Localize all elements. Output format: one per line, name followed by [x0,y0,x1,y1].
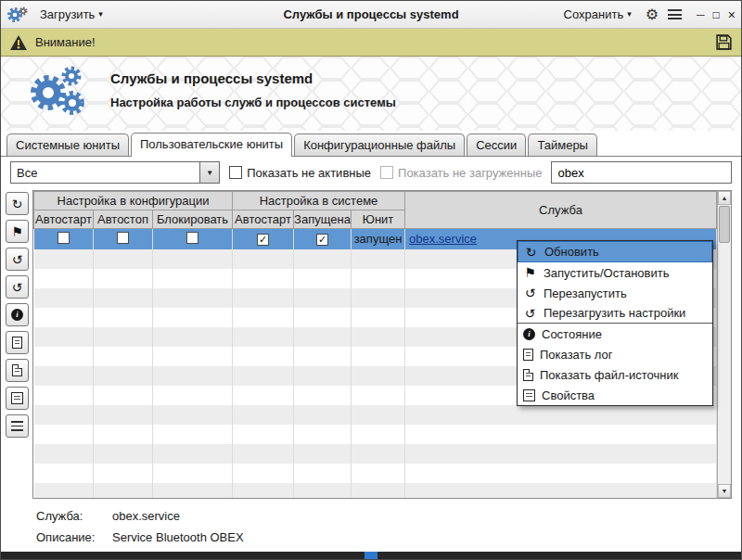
unit-filter-value: Все [11,162,199,183]
hamburger-menu-icon[interactable] [668,9,682,19]
detail-panel: Служба: obex.service Описание: Service B… [1,501,741,552]
system-running-checkbox[interactable]: ✓ [316,234,328,246]
column-group-config: Настройка в конфигурации [34,192,233,210]
reload-settings-toolbar-button[interactable]: ↻ [6,275,29,299]
doc-source-icon [12,364,22,376]
search-input[interactable] [551,161,732,184]
close-button[interactable]: × [728,8,736,21]
start-stop-icon: ⚑ [523,266,537,279]
refresh-toolbar-button[interactable]: ↻ [6,192,29,215]
column-config-block: Блокировать [153,210,233,229]
menu-item-restart[interactable]: ↺Перезапустить [518,283,712,303]
gears-logo-icon [25,64,86,124]
show-log-toolbar-button[interactable] [6,331,29,354]
start-stop-icon: ⚑ [10,225,24,238]
description-value: Service Bluetooth OBEX [112,530,244,544]
properties-toolbar-button[interactable] [6,387,29,410]
menu-item-label: Запустить/Остановить [544,266,707,280]
settings-gear-icon[interactable]: ⚙ [646,7,659,22]
tab-config-files[interactable]: Конфигурационные файлы [294,134,465,156]
scroll-up-button[interactable]: ▲ [718,191,731,205]
config-autostop-checkbox[interactable] [117,232,129,244]
show-inactive-checkbox-group: Показать не активные [229,166,371,180]
table-row-empty [34,483,717,500]
tab-sessions[interactable]: Сессии [467,134,526,156]
doc-lines-icon [523,349,533,361]
unit-state: запущен [352,229,405,249]
doc-lines-icon [12,337,22,349]
column-config-autostart: Автостарт [34,210,94,229]
menu-item-status[interactable]: iСостояние [518,324,712,344]
refresh-icon: ↻ [10,197,24,210]
save-file-icon[interactable] [715,33,733,51]
menu-item-label: Перезагрузить настройки [544,306,707,320]
column-service: Служба [405,192,717,229]
page-subtitle: Настройка работы служб и процессов систе… [110,95,396,109]
table-row-empty [34,464,717,483]
menu-item-properties[interactable]: Свойства [518,385,712,405]
menu-item-show-log[interactable]: Показать лог [518,344,712,364]
warning-text: Внимание! [35,35,708,49]
tab-user-units[interactable]: Пользовательские юниты [131,133,292,157]
list-icon [11,421,23,431]
save-menu-label: Сохранить [564,7,624,21]
info-icon: i [523,328,535,340]
system-autostart-checkbox[interactable]: ✓ [257,234,269,246]
info-icon: i [11,309,23,321]
window-bottom-frame [1,552,741,559]
window-title: Службы и процессы systemd [283,7,458,21]
doc-wide-icon [523,389,535,401]
maximize-button[interactable]: □ [713,9,720,20]
doc-wide-icon [11,392,23,404]
save-menu-button[interactable]: Сохранить ▾ [559,5,636,24]
unit-filter-dropdown[interactable]: Все ▼ [10,161,220,184]
menu-item-start-stop[interactable]: ⚑Запустить/Остановить [518,262,712,283]
show-inactive-checkbox[interactable] [229,166,242,179]
vertical-scrollbar[interactable]: ▲ ▼ [717,191,731,498]
page-header: Службы и процессы systemd Настройка рабо… [1,57,741,131]
column-unit: Юнит [352,210,405,229]
tab-timers[interactable]: Таймеры [528,134,597,156]
minimize-button[interactable]: ─ [697,9,705,20]
menu-item-label: Обновить [544,245,706,259]
dropdown-arrow-icon[interactable]: ▼ [199,162,219,183]
warning-bar: Внимание! [1,29,741,57]
load-menu-button[interactable]: Загрузить ▾ [35,5,108,24]
scrollbar-track[interactable] [718,205,731,484]
column-system-autostart: Автостарт [233,210,294,229]
menu-item-reload-settings[interactable]: ↻Перезагрузить настройки [518,303,712,324]
show-inactive-label: Показать не активные [247,166,371,180]
chevron-down-icon: ▾ [98,10,103,19]
scrollbar-thumb[interactable] [719,206,730,243]
scroll-down-button[interactable]: ▼ [718,484,731,498]
service-label: Служба: [36,509,112,523]
start-stop-toolbar-button[interactable]: ⚑ [6,220,29,243]
dependencies-toolbar-button[interactable] [6,414,29,438]
context-menu: ↻Обновить⚑Запустить/Остановить↺Перезапус… [517,240,713,406]
service-value: obex.service [112,509,180,523]
chevron-down-icon: ▾ [627,10,632,19]
menu-item-label: Перезапустить [544,286,707,300]
resize-grip[interactable] [365,552,377,559]
service-link[interactable]: obex.service [409,232,477,246]
restart-toolbar-button[interactable]: ↺ [6,248,29,271]
refresh-icon: ↻ [524,246,538,259]
column-group-system: Настройка в системе [233,192,405,210]
tab-system-units[interactable]: Системные юниты [6,134,129,156]
column-config-autostop: Автостоп [94,210,153,229]
menu-item-refresh[interactable]: ↻Обновить [518,241,712,262]
show-unloaded-checkbox[interactable] [380,166,393,179]
menu-item-show-source[interactable]: Показать файл-источник [518,364,712,385]
menu-item-label: Показать лог [540,348,707,362]
show-source-toolbar-button[interactable] [6,359,29,382]
app-logo-icon [6,6,29,24]
config-autostart-checkbox[interactable] [58,232,70,244]
show-unloaded-label: Показать не загруженные [398,166,542,180]
description-label: Описание: [36,530,112,544]
status-toolbar-button[interactable]: i [6,303,29,326]
table-row-empty [34,425,717,444]
restart-icon: ↺ [523,286,537,299]
page-title: Службы и процессы systemd [110,70,396,86]
left-toolbar: ↻⚑↺↻i [6,190,31,499]
config-block-checkbox[interactable] [186,232,198,244]
